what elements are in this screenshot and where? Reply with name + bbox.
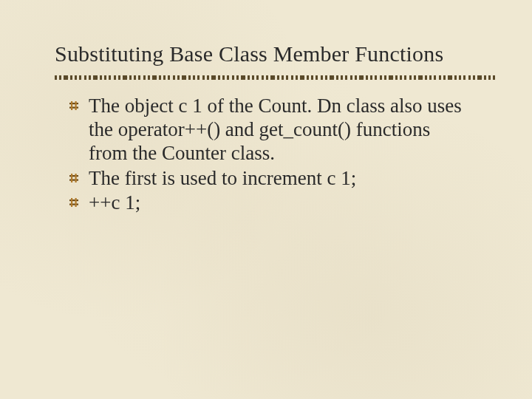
list-item: The first is used to increment c 1; — [68, 167, 473, 191]
svg-rect-8 — [69, 200, 78, 201]
title-divider — [55, 75, 498, 80]
bullet-list: The object c 1 of the Count. Dn class al… — [68, 95, 480, 215]
svg-rect-3 — [75, 101, 77, 110]
list-item-text: ++c 1; — [89, 191, 140, 214]
hash-bullet-icon — [68, 197, 80, 208]
svg-rect-11 — [75, 198, 77, 207]
hash-bullet-icon — [68, 100, 80, 112]
svg-rect-2 — [71, 101, 72, 110]
slide-title: Substituting Base Class Member Functions — [55, 41, 480, 66]
svg-rect-4 — [69, 175, 78, 177]
svg-rect-0 — [69, 103, 78, 104]
svg-rect-5 — [69, 179, 78, 180]
svg-rect-1 — [69, 107, 78, 109]
list-item-text: The first is used to increment c 1; — [89, 167, 356, 189]
svg-rect-10 — [71, 198, 72, 207]
slide: Substituting Base Class Member Functions… — [0, 0, 532, 399]
svg-rect-6 — [71, 174, 72, 183]
svg-rect-7 — [75, 174, 77, 183]
hash-bullet-icon — [68, 172, 80, 184]
svg-rect-9 — [69, 204, 78, 205]
list-item-text: The object c 1 of the Count. Dn class al… — [89, 95, 462, 164]
slide-content: The object c 1 of the Count. Dn class al… — [52, 95, 480, 215]
list-item: ++c 1; — [68, 191, 473, 215]
list-item: The object c 1 of the Count. Dn class al… — [68, 95, 473, 166]
